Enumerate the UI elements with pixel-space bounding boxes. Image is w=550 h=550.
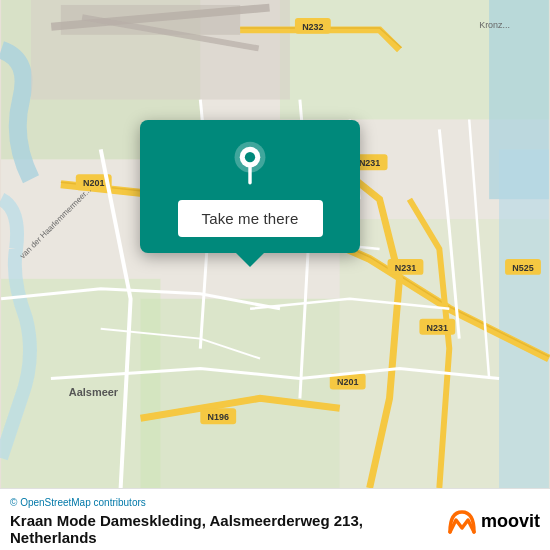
svg-text:N232: N232: [302, 22, 323, 32]
moovit-logo: moovit: [446, 508, 540, 536]
app-container: N201 N201 N201 N231 N231 N231 N196 N232: [0, 0, 550, 550]
take-me-there-button[interactable]: Take me there: [178, 200, 323, 237]
svg-text:Kronz...: Kronz...: [479, 20, 510, 30]
osm-link[interactable]: © OpenStreetMap contributors: [10, 497, 146, 508]
svg-text:N525: N525: [512, 263, 533, 273]
location-name: Kraan Mode Dameskleding, Aalsmeerderweg …: [10, 512, 363, 546]
location-pin-icon: [226, 140, 274, 188]
svg-text:N231: N231: [395, 263, 416, 273]
location-country: Netherlands: [10, 529, 97, 546]
bottom-bar: © OpenStreetMap contributors Kraan Mode …: [0, 488, 550, 550]
svg-rect-4: [141, 299, 340, 488]
location-name-text: Kraan Mode Dameskleding, Aalsmeerderweg …: [10, 512, 363, 529]
location-popup: Take me there: [140, 120, 360, 253]
svg-point-35: [245, 152, 255, 162]
svg-text:N196: N196: [208, 412, 229, 422]
svg-text:N231: N231: [427, 323, 448, 333]
moovit-brand-text: moovit: [481, 511, 540, 532]
svg-text:N201: N201: [337, 377, 358, 387]
map-area: N201 N201 N201 N231 N231 N231 N196 N232: [0, 0, 550, 488]
bottom-left-section: © OpenStreetMap contributors Kraan Mode …: [10, 497, 363, 546]
svg-text:Aalsmeer: Aalsmeer: [69, 386, 119, 398]
svg-rect-7: [499, 149, 549, 488]
svg-text:N231: N231: [359, 158, 380, 168]
moovit-icon: [446, 508, 478, 536]
osm-attribution: © OpenStreetMap contributors: [10, 497, 363, 508]
